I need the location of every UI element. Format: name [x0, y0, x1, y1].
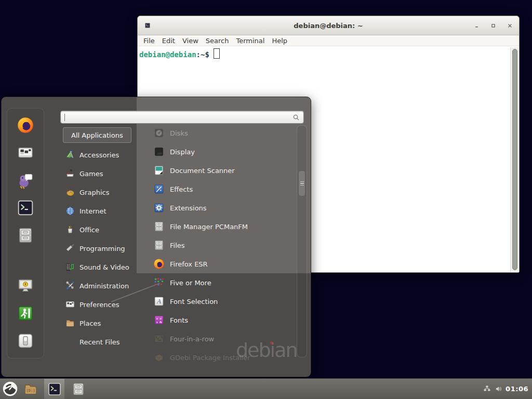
favorite-shutdown[interactable]	[17, 332, 34, 350]
programming-icon	[65, 243, 75, 254]
favorite-file-manager[interactable]	[17, 227, 34, 244]
document-scanner-icon	[153, 165, 165, 176]
application-label: Fonts	[170, 316, 188, 324]
accessories-icon	[65, 150, 75, 160]
category-office[interactable]: Office	[61, 220, 144, 239]
file-cabinet-icon	[17, 227, 34, 244]
lock-screen-icon	[17, 277, 34, 295]
favorite-firefox[interactable]	[17, 116, 34, 134]
terminal-menu-help[interactable]: Help	[272, 37, 287, 45]
category-all-applications[interactable]: All Applications	[63, 127, 131, 143]
application-label: Files	[170, 242, 185, 249]
search-icon	[292, 113, 300, 122]
disks-icon	[153, 127, 165, 139]
volume-icon	[495, 384, 503, 393]
category-label: Graphics	[79, 189, 109, 196]
app-files[interactable]: Files	[146, 236, 291, 255]
application-label: Effects	[170, 185, 193, 193]
games-icon	[65, 168, 75, 179]
search-box[interactable]	[60, 111, 304, 124]
file-cabinet-icon	[153, 221, 165, 232]
taskbar-file-manager[interactable]	[20, 379, 41, 399]
category-accessories[interactable]: Accessories	[61, 145, 144, 164]
places-icon	[65, 318, 75, 328]
maximize-icon	[491, 23, 496, 28]
taskbar-menu[interactable]	[0, 379, 20, 399]
terminal-menu-view[interactable]: View	[182, 37, 198, 45]
app-display[interactable]: Display	[146, 142, 291, 161]
app-file-manager-pcmanfm[interactable]: File Manager PCManFM	[146, 217, 291, 236]
category-games[interactable]: Games	[61, 164, 144, 183]
menu-scrollbar-thumb[interactable]	[298, 170, 305, 196]
terminal-menu-search[interactable]: Search	[206, 37, 229, 45]
category-graphics[interactable]: Graphics	[61, 183, 144, 202]
category-label: Office	[79, 226, 99, 234]
application-label: Display	[170, 148, 195, 156]
clock[interactable]: 01:06	[506, 385, 528, 393]
close-button[interactable]	[507, 23, 512, 28]
category-internet[interactable]: Internet	[61, 202, 144, 220]
menu-scrollbar[interactable]	[297, 125, 307, 357]
tray-network-status[interactable]	[482, 384, 492, 394]
terminal-menu-file[interactable]: File	[143, 37, 155, 45]
gdebi-icon	[153, 352, 165, 363]
taskbar-terminal[interactable]	[44, 379, 64, 399]
favorite-lock-screen[interactable]	[17, 277, 34, 295]
category-programming[interactable]: Programming	[61, 239, 144, 258]
category-label: Games	[79, 170, 103, 178]
network-icon	[483, 384, 491, 393]
app-extensions[interactable]: Extensions	[146, 198, 291, 217]
favorite-system-settings[interactable]	[17, 144, 34, 162]
maximize-button[interactable]	[490, 23, 496, 28]
minimize-button[interactable]	[474, 23, 479, 28]
application-label: Four-in-a-row	[170, 335, 214, 343]
effects-icon	[153, 183, 165, 195]
system-settings-icon	[17, 144, 34, 162]
favorite-logout[interactable]	[17, 304, 34, 322]
app-document-scanner[interactable]: Document Scanner	[146, 161, 291, 180]
terminal-titlebar[interactable]: debian@debian: ~	[138, 16, 519, 35]
category-label: Preferences	[79, 301, 119, 309]
app-four-in-a-row[interactable]: Four-in-a-row	[146, 329, 291, 348]
category-recent-files[interactable]: Recent Files	[61, 332, 144, 351]
search-input[interactable]	[61, 111, 303, 123]
favorite-terminal[interactable]	[17, 199, 34, 217]
app-disks[interactable]: Disks	[146, 124, 291, 142]
terminal-scrollbar[interactable]	[510, 47, 518, 272]
administration-icon	[65, 281, 75, 291]
firefox-icon	[17, 116, 34, 134]
tray-volume[interactable]	[494, 384, 504, 394]
app-firefox-esr[interactable]: Firefox ESR	[146, 255, 291, 273]
category-preferences[interactable]: Preferences	[61, 295, 144, 314]
fonts-icon	[153, 314, 165, 326]
display-icon	[153, 146, 165, 157]
prompt-suffix: :~$	[196, 50, 209, 59]
app-gdebi-package-installer[interactable]: GDebi Package Installer	[146, 348, 291, 367]
terminal-menu-edit[interactable]: Edit	[162, 37, 175, 45]
terminal-icon-large	[47, 382, 62, 396]
app-five-or-more[interactable]: Five or More	[146, 273, 291, 292]
taskbar-files[interactable]	[68, 379, 88, 399]
category-label: Recent Files	[79, 338, 120, 346]
category-sound-video[interactable]: Sound & Video	[61, 258, 144, 276]
extensions-icon	[153, 202, 165, 214]
application-label: File Manager PCManFM	[170, 223, 248, 231]
favorite-pidgin[interactable]	[17, 171, 34, 189]
app-fonts[interactable]: Fonts	[146, 311, 291, 329]
desktop: debian@debian: ~ FileEditViewSearchTermi…	[0, 0, 532, 399]
menu-button-icon	[2, 381, 18, 397]
internet-icon	[65, 206, 75, 216]
category-places[interactable]: Places	[61, 314, 144, 332]
app-font-selection[interactable]: Font Selection	[146, 292, 291, 311]
terminal-icon-large	[17, 199, 34, 217]
terminal-scrollbar-thumb[interactable]	[512, 49, 517, 270]
close-icon	[508, 23, 512, 28]
application-label: Font Selection	[170, 298, 218, 305]
category-administration[interactable]: Administration	[61, 276, 144, 295]
favorites-sidebar	[7, 108, 44, 358]
app-effects[interactable]: Effects	[146, 180, 291, 198]
window-controls	[474, 16, 512, 35]
terminal-menu-terminal[interactable]: Terminal	[236, 37, 264, 45]
graphics-icon	[65, 187, 75, 197]
application-label: Five or More	[170, 279, 211, 287]
